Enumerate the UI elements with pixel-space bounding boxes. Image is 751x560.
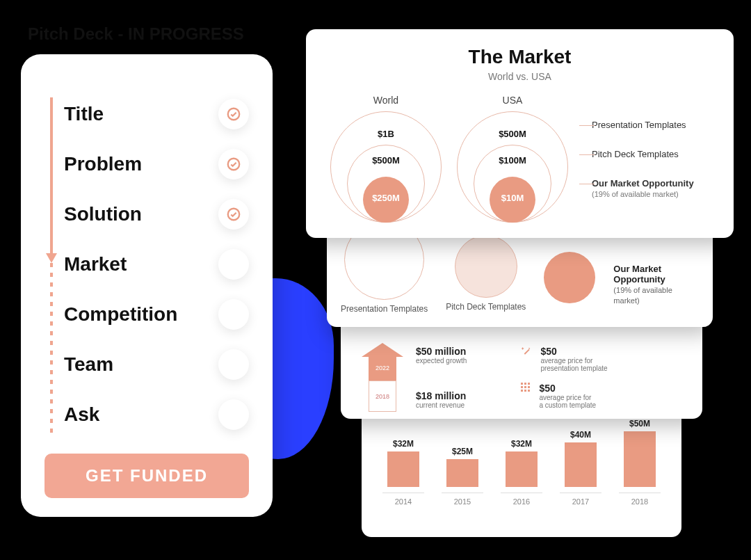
step-status-dot — [218, 249, 249, 280]
bar — [565, 442, 597, 487]
step-label: Market — [64, 253, 127, 275]
step-market[interactable]: Market — [64, 239, 249, 289]
grid-icon — [521, 383, 531, 392]
step-solution[interactable]: Solution — [64, 189, 249, 239]
price-custom-sub1: average price for — [539, 394, 596, 401]
bar — [387, 451, 419, 487]
bar-year: 2015 — [442, 493, 483, 506]
step-problem[interactable]: Problem — [64, 139, 249, 189]
bar — [624, 431, 656, 487]
price-presentation-sub2: presentation template — [540, 365, 607, 372]
legend-presentation: Presentation Templates — [592, 120, 686, 130]
step-status-dot — [218, 349, 249, 380]
venn-label-world: World — [373, 95, 398, 106]
growth-expected-sub: expected growth — [416, 357, 467, 365]
venn-world-outer: $1B — [378, 129, 394, 139]
price-custom-sub2: a custom template — [539, 401, 596, 409]
venn-usa-outer: $500M — [499, 129, 526, 139]
step-label: Team — [64, 353, 113, 376]
step-label: Ask — [64, 403, 99, 426]
bar-2017: $40M2017 — [560, 430, 601, 506]
revenue-current-sub: current revenue — [416, 401, 467, 409]
bar-2016: $32M2016 — [501, 439, 542, 506]
progress-card: TitleProblemSolutionMarketCompetitionTea… — [21, 54, 273, 517]
price-presentation-sub1: average price for — [540, 357, 607, 365]
step-status-dot — [218, 399, 249, 430]
revenue-current: $18 million — [416, 390, 466, 401]
step-label: Problem — [64, 153, 142, 175]
market-card-top: The Market World vs. USA World $1B $500M… — [306, 29, 734, 238]
venn-usa-mid: $100M — [499, 155, 526, 166]
price-custom: $50 — [539, 383, 555, 394]
pitch-deck-title: Pitch Deck - IN PROGRESS — [28, 24, 244, 44]
circle-pitch-label: Pitch Deck Templates — [446, 302, 526, 313]
bar-value: $32M — [511, 439, 532, 449]
step-ask[interactable]: Ask — [64, 390, 249, 440]
legend-opportunity-sub: (19% of available market) — [592, 190, 679, 198]
bar-2014: $32M2014 — [382, 439, 424, 506]
bar — [446, 459, 478, 487]
venn-label-usa: USA — [503, 95, 523, 106]
bar-year: 2014 — [382, 493, 424, 506]
bar-2015: $25M2015 — [442, 447, 483, 506]
market-subtitle: World vs. USA — [327, 71, 713, 82]
market-legend: Presentation Templates Pitch Deck Templa… — [580, 95, 713, 230]
bar-value: $25M — [452, 447, 473, 456]
market-card-bars: $32M2014$25M2015$32M2016$40M2017$50M2018 — [362, 398, 681, 537]
price-presentation: $50 — [540, 346, 556, 357]
growth-expected: $50 million — [416, 346, 466, 357]
step-label: Competition — [64, 303, 177, 326]
step-status-dot — [218, 199, 249, 230]
bar-value: $32M — [393, 439, 414, 449]
bar-2018: $50M2018 — [619, 419, 661, 506]
get-funded-button[interactable]: GET FUNDED — [45, 454, 249, 498]
bar-value: $50M — [629, 419, 650, 429]
opportunity-sub: (19% of available market) — [613, 286, 672, 305]
venn-world-inner: $250M — [372, 193, 400, 203]
growth-arrow: 2022 2018 — [362, 346, 403, 412]
arrow-year-bottom: 2018 — [369, 381, 396, 412]
step-team[interactable]: Team — [64, 339, 249, 390]
progress-arrow-icon — [46, 253, 57, 263]
arrow-up-icon — [362, 343, 403, 357]
venn-usa: $500M $100M $10M — [457, 111, 568, 230]
arrow-year-top: 2022 — [369, 355, 396, 381]
step-label: Solution — [64, 203, 142, 225]
step-label: Title — [64, 103, 104, 125]
step-status-dot — [218, 149, 249, 179]
bar-year: 2016 — [501, 493, 542, 506]
venn-world-mid: $500M — [372, 155, 400, 166]
bar-year: 2018 — [619, 493, 661, 506]
circle-presentation-label: Presentation Templates — [341, 304, 428, 315]
step-status-dot — [218, 99, 249, 129]
bar-value: $40M — [570, 430, 591, 440]
circle-opportunity — [544, 252, 595, 303]
step-title[interactable]: Title — [64, 89, 249, 139]
legend-pitch: Pitch Deck Templates — [592, 149, 679, 159]
opportunity-label: Our Market Opportunity — [613, 264, 665, 285]
bar-year: 2017 — [560, 493, 601, 506]
step-competition[interactable]: Competition — [64, 289, 249, 339]
step-status-dot — [218, 299, 249, 330]
circle-pitch — [455, 235, 517, 298]
bar — [506, 451, 538, 487]
market-title: The Market — [327, 46, 713, 68]
venn-world: $1B $500M $250M — [330, 111, 442, 230]
legend-opportunity: Our Market Opportunity — [592, 178, 694, 189]
wand-icon — [521, 346, 532, 357]
progress-track-solid — [50, 97, 53, 257]
venn-usa-inner: $10M — [501, 193, 524, 203]
